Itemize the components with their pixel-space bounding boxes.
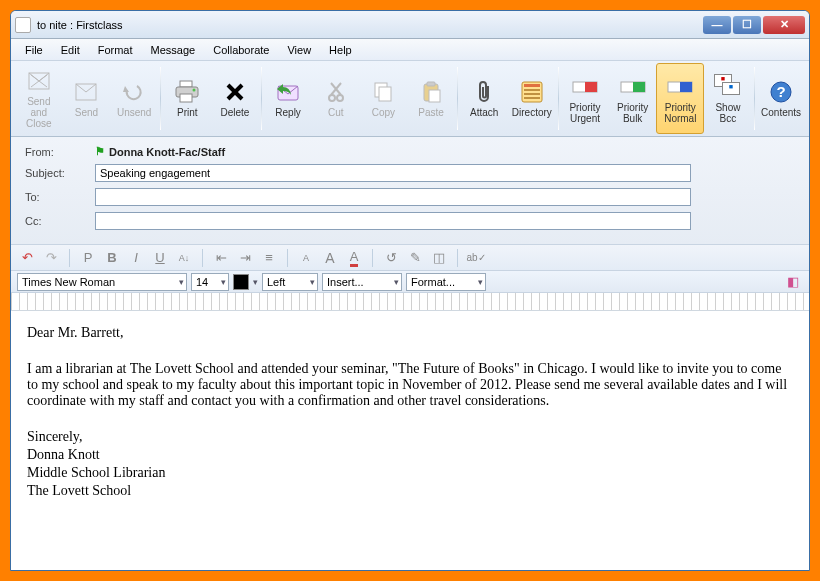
toolbar: Send and Close Send Unsend Print Delete …	[11, 61, 809, 137]
priority-normal-icon	[666, 74, 694, 100]
textcolor-swatch[interactable]	[233, 274, 249, 290]
svg-rect-18	[427, 82, 435, 86]
reply-icon	[274, 79, 302, 105]
app-icon	[15, 17, 31, 33]
font-combo[interactable]: Times New Roman	[17, 273, 187, 291]
priority-urgent-icon	[571, 74, 599, 100]
to-input[interactable]	[95, 188, 691, 206]
maximize-button[interactable]: ☐	[733, 16, 761, 34]
copy-icon	[369, 79, 397, 105]
format-combo[interactable]: Format...	[406, 273, 486, 291]
message-body-editor[interactable]: Dear Mr. Barrett, I am a librarian at Th…	[11, 311, 809, 570]
eraser-button[interactable]: ◫	[429, 248, 449, 268]
minimize-button[interactable]: —	[703, 16, 731, 34]
from-value: ⚑Donna Knott-Fac/Staff	[95, 145, 795, 158]
cc-input[interactable]	[95, 212, 691, 230]
format-toolbar: ↶ ↷ P B I U A↓ ⇤ ⇥ ≡ A A A ↺ ✎ ◫ ab✓	[11, 245, 809, 271]
reply-button[interactable]: Reply	[264, 63, 312, 134]
svg-rect-24	[524, 97, 540, 99]
send-button[interactable]: Send	[63, 63, 111, 134]
unsend-icon	[120, 79, 148, 105]
menu-help[interactable]: Help	[321, 42, 360, 58]
menu-format[interactable]: Format	[90, 42, 141, 58]
body-sig-name: Donna Knott	[27, 447, 793, 463]
spellcheck-button[interactable]: ab✓	[466, 248, 486, 268]
bold-button[interactable]: B	[102, 248, 122, 268]
subscript-button[interactable]: A↓	[174, 248, 194, 268]
svg-point-14	[337, 95, 343, 101]
presence-icon: ⚑	[95, 145, 105, 158]
attach-icon	[470, 79, 498, 105]
close-button[interactable]: ✕	[763, 16, 805, 34]
show-bcc-button[interactable]: ■ ■ Show Bcc	[704, 63, 752, 134]
subject-label: Subject:	[25, 167, 95, 179]
revert-button[interactable]: ↺	[381, 248, 401, 268]
outdent-button[interactable]: ⇤	[211, 248, 231, 268]
ruler[interactable]	[11, 293, 809, 311]
italic-button[interactable]: I	[126, 248, 146, 268]
message-headers: From: ⚑Donna Knott-Fac/Staff Subject: To…	[11, 137, 809, 245]
window-title: to nite : Firstclass	[37, 19, 701, 31]
indent-button[interactable]: ⇥	[235, 248, 255, 268]
toggle-ruler-button[interactable]: ◧	[783, 272, 803, 292]
list-button[interactable]: ≡	[259, 248, 279, 268]
body-sig-title: Middle School Librarian	[27, 465, 793, 481]
cut-icon	[322, 79, 350, 105]
svg-point-7	[193, 89, 196, 92]
body-sig-org: The Lovett School	[27, 483, 793, 499]
from-label: From:	[25, 146, 95, 158]
svg-rect-6	[180, 94, 192, 102]
attach-button[interactable]: Attach	[460, 63, 508, 134]
menubar: File Edit Format Message Collaborate Vie…	[11, 39, 809, 61]
cut-button[interactable]: Cut	[312, 63, 360, 134]
contents-button[interactable]: ? Contents	[757, 63, 805, 134]
priority-bulk-icon	[619, 74, 647, 100]
svg-text:?: ?	[777, 83, 786, 100]
align-combo[interactable]: Left	[262, 273, 318, 291]
svg-rect-22	[524, 89, 540, 91]
priority-bulk-button[interactable]: Priority Bulk	[609, 63, 657, 134]
svg-rect-30	[680, 82, 692, 92]
priority-normal-button[interactable]: Priority Normal	[656, 63, 704, 134]
paste-button[interactable]: Paste	[407, 63, 455, 134]
larger-button[interactable]: A	[320, 248, 340, 268]
smaller-button[interactable]: A	[296, 248, 316, 268]
menu-message[interactable]: Message	[143, 42, 204, 58]
print-button[interactable]: Print	[163, 63, 211, 134]
plain-button[interactable]: P	[78, 248, 98, 268]
body-greeting: Dear Mr. Barrett,	[27, 325, 793, 341]
unsend-button[interactable]: Unsend	[110, 63, 158, 134]
copy-button[interactable]: Copy	[360, 63, 408, 134]
menu-view[interactable]: View	[279, 42, 319, 58]
undo-button[interactable]: ↶	[17, 248, 37, 268]
print-icon	[173, 79, 201, 105]
directory-button[interactable]: Directory	[508, 63, 556, 134]
body-paragraph: I am a librarian at The Lovett School an…	[27, 361, 793, 409]
send-and-close-button[interactable]: Send and Close	[15, 63, 63, 134]
svg-rect-21	[524, 84, 540, 87]
format-toolbar-2: Times New Roman 14 ▾ Left Insert... Form…	[11, 271, 809, 293]
priority-urgent-button[interactable]: Priority Urgent	[561, 63, 609, 134]
show-bcc-icon: ■ ■	[714, 74, 742, 100]
size-combo[interactable]: 14	[191, 273, 229, 291]
to-label: To:	[25, 191, 95, 203]
svg-rect-28	[633, 82, 645, 92]
app-window: to nite : Firstclass — ☐ ✕ File Edit For…	[10, 10, 810, 571]
menu-edit[interactable]: Edit	[53, 42, 88, 58]
menu-file[interactable]: File	[17, 42, 51, 58]
delete-button[interactable]: Delete	[211, 63, 259, 134]
menu-collaborate[interactable]: Collaborate	[205, 42, 277, 58]
send-close-icon	[25, 68, 53, 94]
subject-input[interactable]	[95, 164, 691, 182]
underline-button[interactable]: U	[150, 248, 170, 268]
highlighter-button[interactable]: ✎	[405, 248, 425, 268]
help-icon: ?	[767, 79, 795, 105]
insert-combo[interactable]: Insert...	[322, 273, 402, 291]
delete-icon	[221, 79, 249, 105]
body-closing: Sincerely,	[27, 429, 793, 445]
svg-rect-23	[524, 93, 540, 95]
redo-button[interactable]: ↷	[41, 248, 61, 268]
svg-point-13	[329, 95, 335, 101]
color-button[interactable]: A	[344, 248, 364, 268]
paste-icon	[417, 79, 445, 105]
